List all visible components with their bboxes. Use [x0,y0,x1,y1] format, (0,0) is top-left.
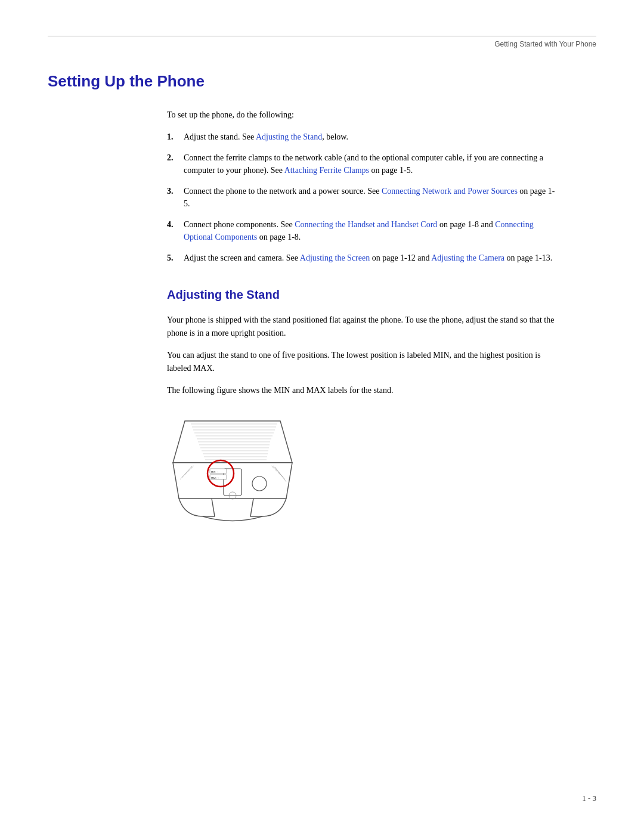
step-content: Connect phone components. See Connecting… [184,218,561,243]
step-number: 2. [167,151,184,164]
svg-line-25 [180,466,192,479]
list-item: 3. Connect the phone to the network and … [167,185,561,210]
page-container: Getting Started with Your Phone Setting … [0,0,644,833]
content-area: To set up the phone, do the following: 1… [167,109,561,528]
intro-text: To set up the phone, do the following: [167,109,561,121]
page-title: Setting Up the Phone [48,72,596,91]
list-item: 4. Connect phone components. See Connect… [167,218,561,243]
step-number: 4. [167,218,184,231]
section2-title: Adjusting the Stand [167,288,561,302]
step-number: 3. [167,185,184,197]
link-attaching-ferrite[interactable]: Attaching Ferrite Clamps [284,166,369,175]
step-number: 1. [167,131,184,143]
svg-text:MIN →: MIN → [211,470,218,473]
figure-container: MIN → MAX → [167,409,561,528]
page-number: 1 - 3 [582,794,596,803]
svg-line-24 [182,466,194,478]
section2-para3: The following figure shows the MIN and M… [167,384,561,397]
link-adjusting-stand[interactable]: Adjusting the Stand [256,132,322,141]
svg-point-15 [252,476,267,491]
link-adjusting-screen[interactable]: Adjusting the Screen [300,253,370,262]
svg-line-23 [275,467,286,482]
step-content: Connect the phone to the network and a p… [184,185,561,210]
header-chapter-label: Getting Started with Your Phone [48,40,596,48]
list-item: 5. Adjust the screen and camera. See Adj… [167,252,561,264]
link-adjusting-camera[interactable]: Adjusting the Camera [431,253,504,262]
list-item: 2. Connect the ferrite clamps to the net… [167,151,561,176]
steps-list: 1. Adjust the stand. See Adjusting the S… [167,131,561,264]
step-content: Adjust the stand. See Adjusting the Stan… [184,131,561,143]
list-item: 1. Adjust the stand. See Adjusting the S… [167,131,561,143]
link-connecting-handset[interactable]: Connecting the Handset and Handset Cord [295,220,437,229]
phone-stand-figure: MIN → MAX → [167,409,298,528]
step-content: Connect the ferrite clamps to the networ… [184,151,561,176]
svg-text:MAX →: MAX → [211,476,219,479]
section2-para1: Your phone is shipped with the stand pos… [167,314,561,340]
step-content: Adjust the screen and camera. See Adjust… [184,252,561,264]
link-connecting-network[interactable]: Connecting Network and Power Sources [382,187,518,196]
section2-para2: You can adjust the stand to one of five … [167,349,561,376]
phone-stand-svg: MIN → MAX → [167,409,298,528]
step-number: 5. [167,252,184,264]
header-rule [48,36,596,36]
